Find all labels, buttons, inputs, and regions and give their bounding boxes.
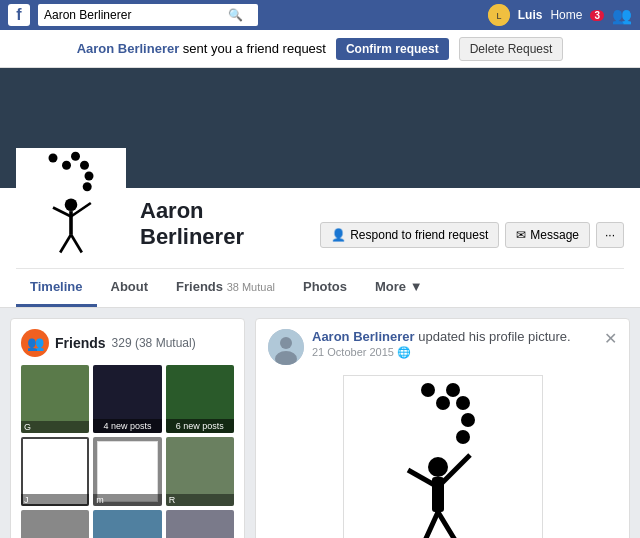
post-author[interactable]: Aaron Berlinerer	[312, 329, 415, 344]
tab-about[interactable]: About	[97, 269, 163, 307]
post-panel: Aaron Berlinerer updated his profile pic…	[255, 318, 630, 538]
facebook-logo: f	[8, 4, 30, 26]
svg-point-4	[71, 152, 80, 161]
friends-count: 329 (38 Mutual)	[112, 336, 196, 350]
profile-top: Aaron Berlinerer 👤 Respond to friend req…	[16, 188, 624, 268]
post-header: Aaron Berlinerer updated his profile pic…	[256, 319, 629, 375]
svg-line-27	[423, 512, 438, 538]
friend-thumb-3[interactable]: 6 new posts	[166, 365, 234, 433]
friend-label-1: G	[21, 421, 89, 433]
post-image	[343, 375, 543, 538]
profile-tabs: Timeline About Friends 38 Mutual Photos …	[16, 268, 624, 307]
profile-actions: 👤 Respond to friend request ✉ Message ··…	[320, 222, 624, 258]
search-input[interactable]	[44, 8, 224, 22]
avatar[interactable]: L	[488, 4, 510, 26]
svg-point-8	[65, 199, 78, 212]
svg-point-18	[436, 396, 450, 410]
top-navigation: f 🔍 L Luis Home 3 👥	[0, 0, 640, 30]
friends-panel: 👥 Friends 329 (38 Mutual) G 4 new posts …	[10, 318, 245, 538]
confirm-request-button[interactable]: Confirm request	[336, 38, 449, 60]
svg-point-22	[456, 430, 470, 444]
svg-point-23	[428, 457, 448, 477]
friends-header: 👥 Friends 329 (38 Mutual)	[21, 329, 234, 357]
home-link[interactable]: Home	[550, 8, 582, 22]
friend-label-4: J	[21, 494, 89, 506]
post-author-action: Aaron Berlinerer updated his profile pic…	[312, 329, 571, 344]
delete-request-button[interactable]: Delete Request	[459, 37, 564, 61]
svg-line-12	[60, 235, 71, 253]
post-avatar	[268, 329, 304, 365]
friends-icon: 👥	[21, 329, 49, 357]
tab-more[interactable]: More ▼	[361, 269, 437, 307]
more-options-button[interactable]: ···	[596, 222, 624, 248]
svg-line-13	[71, 235, 82, 253]
friends-title: Friends	[55, 335, 106, 351]
friend-thumb-7[interactable]	[21, 510, 89, 538]
profile-section: Aaron Berlinerer 👤 Respond to friend req…	[0, 188, 640, 308]
svg-line-28	[438, 512, 458, 538]
username-label[interactable]: Luis	[518, 8, 543, 22]
people-icon[interactable]: 👥	[612, 6, 632, 25]
post-date: 21 October 2015 🌐	[312, 346, 571, 359]
tab-friends[interactable]: Friends 38 Mutual	[162, 269, 289, 307]
svg-point-19	[446, 383, 460, 397]
tab-timeline[interactable]: Timeline	[16, 269, 97, 307]
request-text: sent you a friend request	[183, 41, 326, 56]
svg-point-15	[280, 337, 292, 349]
post-image-container	[256, 375, 629, 538]
friend-overlay-2: 4 new posts	[93, 419, 161, 433]
friend-overlay-3: 6 new posts	[166, 419, 234, 433]
post-avatar-inner	[268, 329, 304, 365]
post-text-area: Aaron Berlinerer updated his profile pic…	[312, 329, 571, 359]
svg-point-5	[80, 161, 89, 170]
friend-thumb-4[interactable]: J	[21, 437, 89, 505]
message-icon: ✉	[516, 228, 526, 242]
svg-point-20	[456, 396, 470, 410]
requester-name[interactable]: Aaron Berlinerer	[77, 41, 180, 56]
nav-right: L Luis Home 3 👥	[488, 4, 632, 26]
friends-grid: G 4 new posts 6 new posts J m R	[21, 365, 234, 538]
svg-point-7	[83, 182, 92, 191]
post-action-desc: updated his profile picture.	[418, 329, 570, 344]
friend-thumb-6[interactable]: R	[166, 437, 234, 505]
post-close-button[interactable]: ✕	[604, 329, 617, 348]
friend-label-6: R	[166, 494, 234, 506]
friend-thumb-8[interactable]	[93, 510, 161, 538]
tab-photos[interactable]: Photos	[289, 269, 361, 307]
friend-thumb-5[interactable]: m	[93, 437, 161, 505]
friend-thumb-2[interactable]: 4 new posts	[93, 365, 161, 433]
search-icon: 🔍	[228, 8, 243, 22]
message-button[interactable]: ✉ Message	[505, 222, 590, 248]
svg-text:L: L	[496, 11, 501, 21]
friend-thumb-9[interactable]	[166, 510, 234, 538]
main-content: 👥 Friends 329 (38 Mutual) G 4 new posts …	[0, 308, 640, 538]
svg-point-2	[49, 154, 58, 163]
svg-point-6	[85, 172, 94, 181]
svg-point-21	[461, 413, 475, 427]
friend-thumb-1[interactable]: G	[21, 365, 89, 433]
search-bar[interactable]: 🔍	[38, 4, 258, 26]
profile-name-area: Aaron Berlinerer	[140, 198, 306, 258]
profile-picture[interactable]	[16, 148, 126, 258]
profile-name: Aaron Berlinerer	[140, 198, 306, 250]
friend-request-bar: Aaron Berlinerer sent you a friend reque…	[0, 30, 640, 68]
notification-badge[interactable]: 3	[590, 10, 604, 21]
respond-friend-button[interactable]: 👤 Respond to friend request	[320, 222, 499, 248]
friend-label-5: m	[93, 494, 161, 506]
friend-request-text: Aaron Berlinerer sent you a friend reque…	[77, 41, 326, 56]
globe-icon: 🌐	[397, 346, 411, 358]
svg-point-17	[421, 383, 435, 397]
person-icon: 👤	[331, 228, 346, 242]
svg-point-3	[62, 161, 71, 170]
